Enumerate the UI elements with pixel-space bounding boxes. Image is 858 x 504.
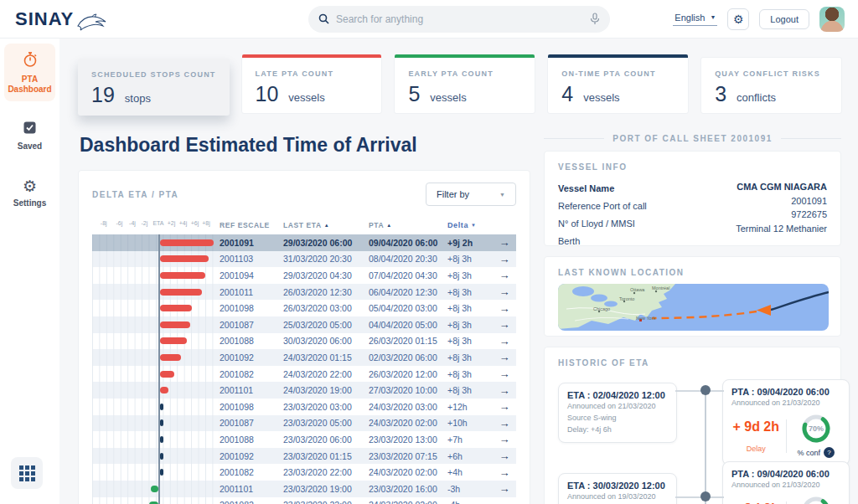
table-row[interactable]: 200110331/03/2020 20:3008/04/2020 20:30+… — [92, 251, 516, 268]
column-header-pta[interactable]: PTA▲ — [369, 221, 447, 229]
row-detail-arrow-icon[interactable]: → — [493, 269, 516, 281]
sidebar-item-settings[interactable]: ⚙Settings — [4, 171, 55, 216]
cell-last-eta: 24/03/2020 22:00 — [283, 369, 369, 379]
table-row[interactable]: 200101126/03/2020 12:3006/04/2020 12:30+… — [92, 284, 516, 301]
table-row[interactable]: 200109429/03/2020 04:3007/04/2020 04:30+… — [92, 267, 516, 284]
eta-table-body: 200109129/03/2020 06:0009/04/2020 06:00+… — [92, 234, 516, 504]
cell-pta: 27/03/2020 10:00 — [369, 385, 447, 395]
vessel-location-map[interactable]: OttawaMontréalTorontoChicagoNew York — [558, 284, 829, 331]
table-row[interactable]: 200108725/03/2020 05:0004/04/2020 05:00+… — [92, 316, 516, 333]
table-row[interactable]: 200108223/03/2020 22:0024/03/2020 02:00+… — [92, 464, 516, 481]
table-row[interactable]: 200109823/03/2020 03:0024/03/2020 03:00+… — [92, 399, 516, 415]
cell-last-eta: 23/03/2020 22:00 — [283, 467, 369, 477]
row-detail-arrow-icon[interactable]: → — [493, 499, 516, 504]
table-row[interactable]: 200108224/03/2020 22:0026/03/2020 12:00+… — [92, 366, 516, 383]
kpi-unit: vessels — [583, 91, 619, 104]
cell-pta: 02/03/2020 06:00 — [369, 352, 447, 363]
app-grid-button[interactable] — [11, 457, 43, 489]
column-header-last-eta[interactable]: LAST ETA▲ — [283, 221, 369, 229]
table-row[interactable]: 200109223/03/2020 01:1523/03/2020 07:15+… — [92, 448, 516, 465]
cell-delta: +8j 3h — [447, 336, 493, 346]
search-zone — [258, 6, 660, 33]
eta-announced: Announced on 19/03/2020 — [567, 491, 668, 502]
table-row[interactable]: 200108723/03/2020 05:0024/03/2020 02:00+… — [92, 415, 516, 432]
row-detail-arrow-icon[interactable]: → — [493, 351, 516, 363]
sort-desc-icon: ▼ — [471, 223, 477, 228]
row-detail-arrow-icon[interactable]: → — [493, 302, 516, 315]
cell-ref: 2001101 — [220, 385, 283, 395]
row-detail-arrow-icon[interactable]: → — [493, 400, 516, 413]
row-detail-arrow-icon[interactable]: → — [493, 318, 516, 331]
sidebar-item-saved[interactable]: Saved — [4, 113, 55, 159]
logout-button[interactable]: Logout — [759, 9, 809, 29]
kpi-card-scheduled-stops-count[interactable]: SCHEDULED STOPS COUNT19stops — [78, 59, 230, 116]
pta-card[interactable]: PTA : 09/04/2020 06:00 Announced on 21/0… — [722, 379, 850, 465]
cell-delta: +8j 3h — [447, 287, 493, 297]
last-known-location-label: LAST KNOWN LOCATION — [558, 268, 827, 277]
cell-pta: 24/03/2020 02:00 — [369, 418, 447, 428]
cell-last-eta: 24/03/2020 01:15 — [283, 352, 369, 363]
delta-bar — [160, 453, 163, 460]
table-row[interactable]: 200109129/03/2020 06:0009/04/2020 06:00+… — [92, 234, 516, 251]
row-detail-arrow-icon[interactable]: → — [493, 466, 516, 479]
eta-history-card[interactable]: ETA : 30/03/2020 12:00 Announced on 19/0… — [558, 473, 677, 504]
map-city-label: Chicago — [593, 306, 610, 311]
timeline-dot — [700, 491, 711, 501]
sidebar-item-pta-dashboard[interactable]: PTA Dashboard — [4, 44, 55, 101]
delta-bar — [160, 321, 190, 328]
user-avatar[interactable] — [819, 7, 845, 32]
row-detail-arrow-icon[interactable]: → — [493, 417, 516, 429]
eta-history-card[interactable]: ETA : 02/04/2020 12:00 Announced on 21/0… — [558, 383, 677, 443]
cell-ref: 2001092 — [220, 352, 283, 363]
delta-bar-cell — [92, 349, 220, 366]
pta-card[interactable]: PTA : 09/04/2020 06:00 Announced on 21/0… — [722, 461, 850, 504]
settings-gear-button[interactable]: ⚙ — [727, 8, 749, 30]
row-detail-arrow-icon[interactable]: → — [493, 482, 516, 495]
delta-bar-cell — [92, 366, 220, 383]
search-bar[interactable] — [308, 6, 610, 33]
delta-bar — [160, 419, 163, 426]
cell-last-eta: 23/03/2020 05:00 — [283, 418, 369, 428]
row-detail-arrow-icon[interactable]: → — [493, 368, 516, 380]
axis-tick-label: +2j — [168, 220, 176, 226]
delta-axis-labels: -8j-6j-4j-2jETA+2j+4j+6j+8j — [92, 220, 220, 230]
search-icon — [318, 13, 329, 24]
microphone-icon[interactable] — [590, 13, 600, 25]
berth-value: Terminal 12 Methanier — [736, 222, 827, 236]
top-bar: SINAY English ▼ ⚙ Logout — [0, 0, 858, 39]
table-row[interactable]: 200110123/03/2020 19:0023/03/2020 16:00-… — [92, 481, 516, 497]
table-row[interactable]: 200108823/03/2020 06:0023/03/2020 13:00+… — [92, 431, 516, 448]
row-detail-arrow-icon[interactable]: → — [493, 450, 516, 462]
delta-bar — [160, 337, 187, 344]
row-detail-arrow-icon[interactable]: → — [493, 384, 516, 397]
delta-bar — [160, 387, 168, 393]
pta-announced: Announced on 21/03/2020 — [731, 399, 840, 407]
kpi-label: EARLY PTA COUNT — [408, 69, 521, 78]
table-row[interactable]: 200109224/03/2020 01:1502/03/2020 06:00+… — [92, 349, 516, 366]
filter-by-dropdown[interactable]: Filter by ▼ — [426, 183, 516, 206]
kpi-card-late-pta-count[interactable]: LATE PTA COUNT10vessels — [241, 57, 383, 114]
cell-delta: +8j 3h — [447, 369, 493, 379]
row-detail-arrow-icon[interactable]: → — [493, 285, 516, 298]
kpi-card-on-time-pta-count[interactable]: ON-TIME PTA COUNT4vessels — [547, 57, 689, 114]
table-row[interactable]: 200110124/03/2020 19:0027/03/2020 10:00+… — [92, 382, 516, 399]
cell-pta: 24/03/2020 02:00 — [369, 467, 447, 477]
table-row[interactable]: 200108223/03/2020 22:0024/03/2020 02:00-… — [92, 497, 516, 504]
stopwatch-icon — [22, 51, 39, 71]
kpi-card-quay-conflict-risks[interactable]: QUAY CONFLICT RISKS3conflicts — [700, 57, 842, 114]
cell-last-eta: 26/03/2020 03:00 — [283, 303, 369, 313]
search-input[interactable] — [336, 13, 590, 25]
table-row[interactable]: 200109826/03/2020 03:0005/04/2020 03:00+… — [92, 300, 516, 316]
help-icon[interactable]: ? — [824, 447, 835, 458]
cell-pta: 26/03/2020 12:00 — [369, 369, 447, 379]
app-logo[interactable]: SINAY — [15, 8, 258, 31]
language-selector[interactable]: English ▼ — [673, 13, 717, 26]
column-header-ref-escale[interactable]: REF ESCALE — [220, 221, 283, 229]
column-header-delta[interactable]: Delta▼ — [447, 221, 493, 229]
row-detail-arrow-icon[interactable]: → — [493, 253, 516, 265]
row-detail-arrow-icon[interactable]: → — [493, 236, 516, 249]
table-row[interactable]: 200108830/03/2020 06:0026/03/2020 01:15+… — [92, 333, 516, 350]
row-detail-arrow-icon[interactable]: → — [493, 335, 516, 347]
kpi-card-early-pta-count[interactable]: EARLY PTA COUNT5vessels — [394, 57, 535, 114]
row-detail-arrow-icon[interactable]: → — [493, 433, 516, 445]
